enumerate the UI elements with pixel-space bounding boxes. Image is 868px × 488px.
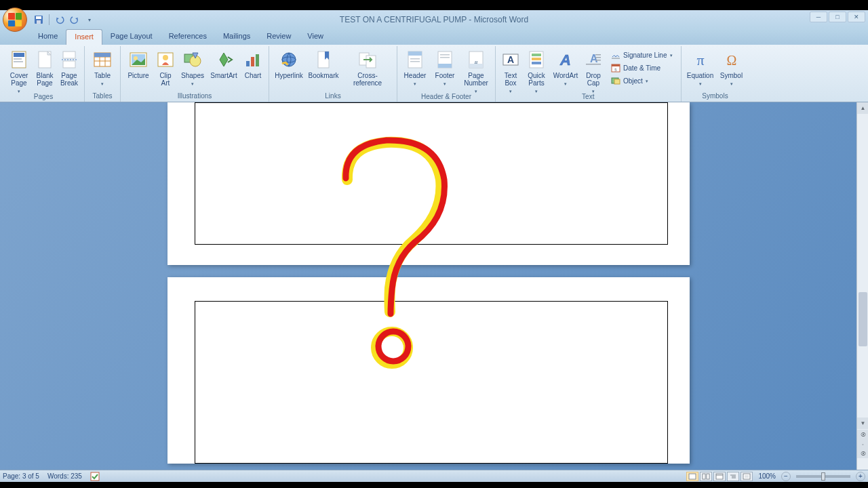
footer-icon bbox=[437, 49, 453, 70]
symbol-icon: Ω bbox=[722, 49, 741, 70]
prev-page-icon[interactable]: ⦿ bbox=[857, 430, 868, 439]
zoom-slider-thumb[interactable] bbox=[821, 472, 825, 481]
zoom-in-button[interactable]: + bbox=[856, 472, 865, 481]
bookmark-button[interactable]: Bookmark bbox=[307, 47, 340, 81]
svg-rect-5 bbox=[14, 58, 22, 60]
document-area[interactable] bbox=[0, 102, 856, 470]
crossref-button[interactable]: Cross-reference bbox=[342, 47, 393, 88]
proofing-icon[interactable] bbox=[90, 472, 100, 481]
title-bar: ▾ TEST ON A CENTRIFUGAL PUMP - Microsoft… bbox=[0, 10, 868, 29]
svg-rect-65 bbox=[91, 472, 99, 481]
svg-text:A: A bbox=[559, 52, 571, 68]
page-upper[interactable] bbox=[167, 102, 690, 265]
zoom-out-button[interactable]: − bbox=[781, 472, 791, 481]
chart-button[interactable]: Chart bbox=[241, 47, 264, 81]
view-draft-icon[interactable] bbox=[741, 472, 753, 481]
wordart-button[interactable]: A WordArt▾ bbox=[551, 47, 580, 88]
status-bar: Page: 3 of 5 Words: 235 100% − + bbox=[0, 470, 868, 482]
symbol-button[interactable]: Ω Symbol▾ bbox=[718, 47, 745, 88]
equation-button[interactable]: π Equation▾ bbox=[686, 47, 715, 88]
window-title: TEST ON A CENTRIFUGAL PUMP - Microsoft W… bbox=[340, 15, 528, 24]
zoom-level[interactable]: 100% bbox=[758, 472, 776, 480]
shapes-button[interactable]: Shapes▾ bbox=[179, 47, 206, 88]
svg-rect-4 bbox=[14, 53, 24, 57]
minimize-button[interactable]: ─ bbox=[810, 12, 827, 22]
page-lower[interactable] bbox=[167, 277, 690, 464]
svg-rect-42 bbox=[469, 64, 483, 68]
crossref-icon bbox=[358, 49, 377, 70]
smartart-button[interactable]: SmartArt bbox=[209, 47, 239, 81]
svg-rect-8 bbox=[63, 52, 75, 58]
svg-rect-1 bbox=[36, 16, 41, 19]
svg-rect-9 bbox=[63, 61, 75, 68]
view-full-screen-icon[interactable] bbox=[700, 472, 712, 481]
zoom-slider[interactable] bbox=[796, 475, 850, 478]
page-number-button[interactable]: # Page Number▾ bbox=[461, 47, 491, 96]
svg-rect-47 bbox=[532, 58, 541, 60]
view-outline-icon[interactable] bbox=[727, 472, 739, 481]
svg-rect-31 bbox=[366, 56, 376, 68]
textbox-button[interactable]: A Text Box▾ bbox=[500, 47, 521, 96]
svg-rect-52 bbox=[595, 57, 601, 58]
quickparts-button[interactable]: Quick Parts▾ bbox=[524, 47, 549, 96]
svg-rect-74 bbox=[743, 474, 750, 479]
quick-access-toolbar: ▾ bbox=[33, 14, 96, 26]
svg-rect-54 bbox=[586, 64, 601, 65]
undo-icon[interactable] bbox=[54, 14, 66, 26]
group-headerfooter: Header▾ Footer▾ # Page Number▾ Header & … bbox=[397, 46, 496, 102]
qat-customize-icon[interactable]: ▾ bbox=[83, 14, 96, 26]
status-words[interactable]: Words: 235 bbox=[47, 472, 82, 480]
view-print-layout-icon[interactable] bbox=[686, 472, 698, 481]
scroll-thumb[interactable] bbox=[859, 292, 867, 346]
table-button[interactable]: Table▾ bbox=[89, 47, 116, 88]
svg-rect-6 bbox=[14, 61, 23, 62]
svg-rect-48 bbox=[532, 62, 541, 64]
svg-rect-25 bbox=[251, 57, 254, 66]
svg-rect-33 bbox=[408, 52, 422, 56]
word-window: ▾ TEST ON A CENTRIFUGAL PUMP - Microsoft… bbox=[0, 10, 868, 482]
page-break-icon bbox=[62, 49, 77, 70]
svg-rect-51 bbox=[595, 54, 601, 56]
browse-object-icon[interactable]: ◦ bbox=[857, 439, 868, 449]
tab-home[interactable]: Home bbox=[30, 29, 66, 45]
ribbon-tabs: Home Insert Page Layout References Maili… bbox=[0, 29, 868, 45]
tab-references[interactable]: References bbox=[161, 29, 215, 45]
scroll-down-icon[interactable]: ▼ bbox=[857, 418, 868, 429]
save-icon[interactable] bbox=[33, 14, 45, 26]
datetime-button[interactable]: 5Date & Time bbox=[608, 62, 675, 74]
object-button[interactable]: Object ▾ bbox=[608, 75, 675, 87]
header-button[interactable]: Header▾ bbox=[401, 47, 429, 88]
svg-rect-66 bbox=[689, 474, 696, 479]
group-illustrations: Picture Clip Art Shapes▾ SmartArt Chart bbox=[121, 46, 269, 102]
maximize-button[interactable]: □ bbox=[829, 12, 846, 22]
scroll-up-icon[interactable]: ▲ bbox=[857, 102, 868, 114]
signature-line-button[interactable]: Signature Line ▾ bbox=[608, 49, 675, 61]
tab-view[interactable]: View bbox=[299, 29, 332, 45]
vertical-scrollbar[interactable]: ▲ ⦿ ◦ ⦿ ▼ bbox=[856, 102, 868, 470]
svg-point-21 bbox=[163, 55, 168, 60]
view-web-layout-icon[interactable] bbox=[713, 472, 726, 481]
tab-insert[interactable]: Insert bbox=[66, 29, 102, 45]
table-icon bbox=[93, 49, 112, 70]
svg-rect-60 bbox=[614, 79, 620, 84]
footer-button[interactable]: Footer▾ bbox=[431, 47, 458, 88]
page-break-button[interactable]: Page Break bbox=[58, 47, 80, 88]
next-page-icon[interactable]: ⦿ bbox=[857, 449, 868, 458]
tab-page-layout[interactable]: Page Layout bbox=[102, 29, 161, 45]
close-button[interactable]: ✕ bbox=[848, 12, 865, 22]
bookmark-icon bbox=[315, 49, 332, 70]
office-button[interactable] bbox=[3, 7, 27, 32]
hyperlink-button[interactable]: Hyperlink bbox=[273, 47, 304, 81]
svg-rect-2 bbox=[37, 20, 41, 24]
svg-rect-34 bbox=[410, 58, 420, 60]
cover-page-button[interactable]: Cover Page▾ bbox=[7, 47, 31, 96]
picture-button[interactable]: Picture bbox=[125, 47, 152, 81]
blank-page-button[interactable]: Blank Page bbox=[34, 47, 56, 88]
dropcap-button[interactable]: A Drop Cap▾ bbox=[583, 47, 604, 96]
tab-mailings[interactable]: Mailings bbox=[215, 29, 258, 45]
status-page[interactable]: Page: 3 of 5 bbox=[3, 472, 39, 480]
clipart-button[interactable]: Clip Art bbox=[155, 47, 176, 88]
tab-review[interactable]: Review bbox=[258, 29, 299, 45]
datetime-icon: 5 bbox=[611, 63, 620, 73]
redo-icon[interactable] bbox=[68, 14, 81, 26]
